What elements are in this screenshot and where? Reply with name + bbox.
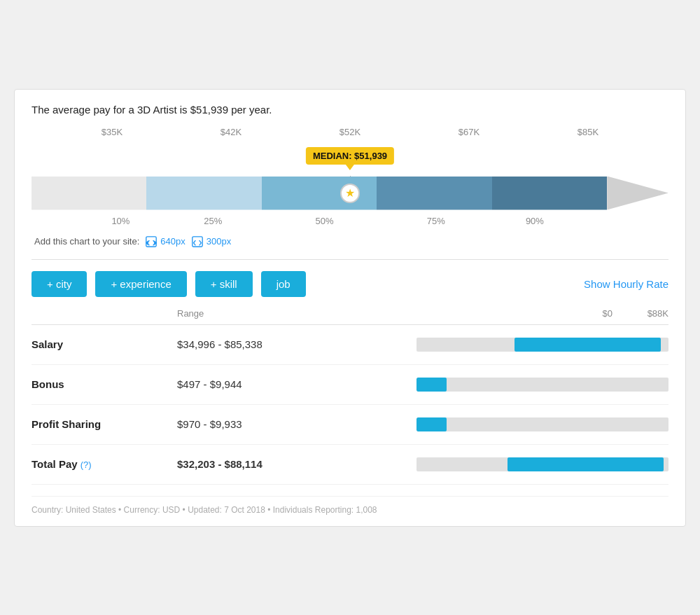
pct-90: 90% — [526, 216, 544, 226]
chart-wrapper: MEDIAN: $51,939 ★ 10% 25% 50 — [31, 177, 668, 230]
th-range: Range — [172, 308, 542, 319]
total-pay-range: $32,203 - $88,114 — [172, 458, 416, 470]
salary-label: Salary — [31, 338, 172, 350]
embed-row: Add this chart to your site: 640px 300px — [31, 235, 668, 248]
total-pay-bar-area — [416, 457, 668, 471]
salary-card: The average pay for a 3D Artist is $51,9… — [14, 89, 686, 527]
embed-link-640[interactable]: 640px — [145, 235, 185, 248]
pct-10: 10% — [111, 216, 130, 226]
embed-prefix: Add this chart to your site: — [34, 236, 139, 247]
filter-row: + city + experience + skill job Show Hou… — [31, 271, 668, 297]
city-button[interactable]: + city — [31, 271, 87, 297]
star-icon: ★ — [345, 186, 355, 200]
table-section: Range $0 $88K Salary $34,996 - $85,338 B… — [31, 305, 668, 485]
bonus-range: $497 - $9,944 — [172, 378, 416, 390]
median-marker: ★ — [340, 184, 360, 203]
th-max: $88K — [612, 308, 668, 319]
embed-640-label: 640px — [160, 236, 185, 247]
intro-text: The average pay for a 3D Artist is $51,9… — [31, 104, 668, 116]
embed-icon-640 — [145, 235, 158, 248]
salary-bar-track — [416, 338, 668, 352]
pct-50: 50% — [316, 216, 334, 226]
profit-sharing-row: Profit Sharing $970 - $9,933 — [31, 405, 668, 445]
total-pay-label: Total Pay (?) — [31, 458, 172, 470]
profit-sharing-label: Profit Sharing — [31, 418, 172, 430]
embed-link-300[interactable]: 300px — [191, 235, 231, 248]
bonus-bar-fill — [416, 378, 447, 392]
axis-label-67k: $67K — [410, 127, 528, 137]
seg-right-tail — [607, 177, 668, 210]
pct-75: 75% — [427, 216, 445, 226]
seg-10-25 — [146, 177, 261, 210]
total-pay-question[interactable]: (?) — [80, 459, 92, 470]
seg-75-90 — [492, 177, 607, 210]
chart-axis-labels: $35K $42K $52K $67K $85K — [31, 127, 668, 143]
embed-icon-300 — [191, 235, 204, 248]
skill-button[interactable]: + skill — [195, 271, 253, 297]
footer-note: Country: United States • Currency: USD •… — [31, 496, 668, 515]
axis-label-85k: $85K — [528, 127, 648, 137]
seg-50-75 — [377, 177, 491, 210]
salary-bar-area — [416, 338, 668, 352]
profit-sharing-bar-area — [416, 417, 668, 431]
total-pay-bar-track — [416, 457, 668, 471]
total-pay-bar-fill — [507, 457, 664, 471]
axis-label-42k: $42K — [172, 127, 290, 137]
percentile-labels: 10% 25% 50% 75% 90% — [31, 213, 668, 230]
th-zero: $0 — [542, 308, 612, 319]
bonus-bar-area — [416, 378, 668, 392]
axis-label-35k: $35K — [52, 127, 172, 137]
profit-sharing-bar-track — [416, 417, 668, 431]
salary-bar-fill — [514, 338, 661, 352]
bonus-row: Bonus $497 - $9,944 — [31, 365, 668, 405]
total-pay-row: Total Pay (?) $32,203 - $88,114 — [31, 445, 668, 485]
pct-25: 25% — [204, 216, 222, 226]
seg-left-tail — [31, 177, 146, 210]
total-pay-text: Total Pay — [31, 458, 78, 470]
profit-sharing-range: $970 - $9,933 — [172, 418, 416, 430]
svg-rect-1 — [192, 236, 202, 246]
chart-section: $35K $42K $52K $67K $85K MEDIAN: $51,939 — [31, 127, 668, 260]
total-pay-range-value: $32,203 - $88,114 — [177, 458, 262, 470]
axis-label-52k: $52K — [290, 127, 410, 137]
embed-300-label: 300px — [206, 236, 231, 247]
show-hourly-button[interactable]: Show Hourly Rate — [584, 278, 668, 290]
percentile-bar: ★ — [31, 177, 668, 210]
profit-sharing-bar-fill — [416, 417, 447, 431]
job-button[interactable]: job — [261, 271, 306, 297]
salary-row: Salary $34,996 - $85,338 — [31, 325, 668, 365]
bonus-bar-track — [416, 378, 668, 392]
median-tooltip: MEDIAN: $51,939 — [306, 147, 394, 165]
salary-range: $34,996 - $85,338 — [172, 338, 416, 350]
table-header-row: Range $0 $88K — [31, 305, 668, 325]
bonus-label: Bonus — [31, 378, 172, 390]
experience-button[interactable]: + experience — [95, 271, 186, 297]
